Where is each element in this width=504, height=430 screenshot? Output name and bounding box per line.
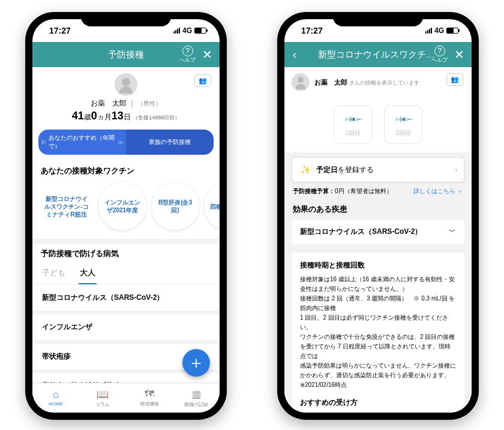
profile-name: お薬 太郎 (91, 99, 127, 107)
header: ‹ 新型コロナウイルスワクチン… ? ヘルプ ✕ (284, 42, 472, 67)
phone-left: 17:27 4G 予防接種 ? ヘルプ ✕ 👥 お薬 太郎 ｜ （男 (25, 12, 227, 420)
notch (333, 12, 423, 26)
home-icon: ⌂ (53, 389, 59, 400)
dose-row: 💉 1回目 💉 2回目 (284, 97, 472, 152)
fab-add[interactable]: ＋ (182, 349, 210, 377)
help-icon: ? (182, 46, 193, 56)
battery-icon (446, 28, 458, 34)
chevron-right-icon: › (455, 165, 458, 175)
flag-icon: ⚐ (41, 139, 46, 146)
recommend-pills: ⚐ あなたのおすすめ（年間で） ≫ 家族の予防接種 (32, 126, 220, 161)
status-time: 17:27 (49, 26, 71, 35)
battery-icon (194, 28, 206, 34)
status-right: 4G (173, 26, 206, 35)
column-icon: 📖 (97, 389, 109, 400)
section-vaccines-title: あなたの接種対象ワクチン (32, 161, 220, 180)
avatar (115, 73, 137, 96)
vaccine-chip[interactable]: インフルエンザ2021年度 (98, 182, 146, 230)
list-item[interactable]: 新型コロナウイルス（SARS-CoV-2） (32, 285, 220, 314)
detail-body: 接種対象は16 歳以上（16 歳未満の人に対する有効性・安全性はまだ明らかになっ… (300, 275, 456, 390)
avatar (292, 73, 310, 91)
help-button[interactable]: ? ヘルプ (179, 46, 196, 64)
nav-region[interactable]: 🗺 地域情報 (126, 383, 173, 413)
vaccine-chip[interactable]: B型肝炎(全3回) (151, 182, 199, 230)
close-button[interactable]: ✕ (454, 47, 464, 62)
vaccine-chips[interactable]: 新型コロナウイルスワクチン-コミナティR筋注 インフルエンザ2021年度 B型肝… (32, 180, 220, 239)
nav-column[interactable]: 📖 コラム (79, 383, 126, 413)
list-item[interactable]: インフルエンザ (32, 314, 220, 344)
signal-icon (425, 28, 432, 34)
status-right: 4G (425, 26, 458, 35)
screen-right: 17:27 4G ‹ 新型コロナウイルスワクチン… ? ヘルプ ✕ お薬 太郎 … (284, 19, 472, 413)
profile-card: 👥 お薬 太郎 ｜ （男性） 41歳0ヵ月13日 （生後14988日目） (32, 67, 220, 126)
detail-heading-2: おすすめの受け方 (300, 397, 456, 408)
help-label: ヘルプ (431, 57, 448, 63)
dose-1[interactable]: 💉 1回目 (334, 106, 372, 144)
syringe-icon: 💉 (393, 109, 414, 130)
profile-gender: （男性） (137, 100, 161, 107)
back-button[interactable]: ‹ (293, 49, 296, 61)
bottom-nav: ⌂ HOME 📖 コラム 🗺 地域情報 ▥ 接種の記録 (32, 383, 220, 413)
vaccine-chip[interactable]: 新型コロナウイルスワクチン-コミナティR筋注 (40, 182, 94, 230)
sparkle-icon: ✨ (299, 164, 311, 176)
section-effect-title: 効果のある疾患 (284, 198, 472, 219)
switch-user-button[interactable]: 👥 (194, 74, 211, 87)
help-button[interactable]: ? ヘルプ (431, 46, 448, 64)
nav-record[interactable]: ▥ 接種の記録 (173, 383, 220, 413)
screen-left: 17:27 4G 予防接種 ? ヘルプ ✕ 👥 お薬 太郎 ｜ （男 (32, 19, 220, 413)
page-title: 新型コロナウイルスワクチン… (318, 49, 438, 61)
help-label: ヘルプ (179, 57, 196, 63)
disease-expand[interactable]: 新型コロナウイルス（SARS-CoV-2） ﹀ (292, 219, 464, 244)
tab-kids[interactable]: 子ども (41, 263, 67, 284)
status-network: 4G (182, 26, 192, 35)
phone-right: 17:27 4G ‹ 新型コロナウイルスワクチン… ? ヘルプ ✕ お薬 太郎 … (277, 12, 479, 420)
status-time: 17:27 (301, 26, 323, 35)
disease-tabs: 子ども 大人 (32, 263, 220, 285)
syringe-icon: 💉 (343, 109, 364, 130)
vaccine-chip[interactable]: 四種混合PV)( (204, 182, 220, 230)
profile-text: お薬 太郎 さんの情報を表示しています (314, 78, 419, 87)
signal-icon (173, 28, 180, 34)
detail-heading-1: 接種時期と接種回数 (300, 260, 456, 271)
header: 予防接種 ? ヘルプ ✕ (32, 42, 220, 67)
nav-home[interactable]: ⌂ HOME (32, 383, 79, 413)
chevron-down-icon: ﹀ (449, 227, 456, 237)
content-right: お薬 太郎 さんの情報を表示しています 👥 💉 1回目 💉 2回目 ✨ 予定日を… (284, 67, 472, 413)
switch-user-button[interactable]: 👥 (446, 73, 463, 86)
help-icon: ? (434, 46, 445, 56)
page-title: 予防接種 (108, 49, 144, 61)
content-left: 👥 お薬 太郎 ｜ （男性） 41歳0ヵ月13日 （生後14988日目） ⚐ あ… (32, 67, 220, 413)
profile-age: 41歳0ヵ月13日 （生後14988日目） (32, 110, 220, 122)
close-button[interactable]: ✕ (202, 47, 212, 62)
pill-family[interactable]: 家族の予防接種 (126, 130, 214, 155)
detail-card: 接種時期と接種回数 接種対象は16 歳以上（16 歳未満の人に対する有効性・安全… (292, 252, 464, 413)
record-icon: ▥ (192, 389, 201, 400)
section-diseases-title: 予防接種で防げる病気 (32, 243, 220, 263)
dose-2[interactable]: 💉 2回目 (384, 106, 422, 144)
status-network: 4G (434, 26, 444, 35)
budget-text: 予防接種予算：0円（希望者は無料） (293, 187, 392, 196)
profile-name-line: お薬 太郎 ｜ （男性） (32, 98, 220, 109)
pill-your-recommend[interactable]: ⚐ あなたのおすすめ（年間で） ≫ (38, 130, 126, 155)
notch (81, 12, 171, 26)
details-link[interactable]: 詳しくはこちら ＞ (413, 187, 463, 196)
tab-adults[interactable]: 大人 (79, 263, 97, 284)
budget-row: 予防接種予算：0円（希望者は無料） 詳しくはこちら ＞ (284, 182, 472, 198)
profile-bar: お薬 太郎 さんの情報を表示しています 👥 (284, 67, 472, 97)
map-icon: 🗺 (145, 389, 154, 399)
register-schedule[interactable]: ✨ 予定日を登録する › (292, 157, 464, 182)
